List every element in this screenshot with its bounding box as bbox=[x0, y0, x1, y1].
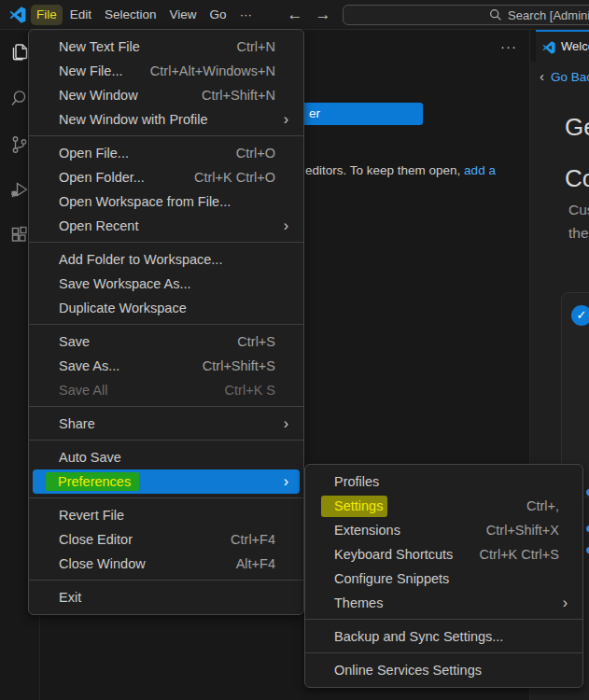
menu-item-label: Online Services Settings bbox=[334, 663, 482, 678]
welcome-heading-line2: Co bbox=[565, 164, 589, 193]
tab-welcome[interactable]: Welco bbox=[536, 30, 589, 62]
menu-item-label: Save Workspace As... bbox=[59, 276, 191, 291]
menu-item-shortcut: Ctrl+K Ctrl+S bbox=[480, 547, 559, 562]
menu-item-label: Duplicate Workspace bbox=[59, 301, 187, 315]
menu-separator bbox=[305, 652, 582, 653]
sidebar-primary-button-label: er bbox=[309, 106, 320, 120]
menu-item-label: Add Folder to Workspace... bbox=[59, 252, 222, 267]
menu-item-new-window[interactable]: New WindowCtrl+Shift+N bbox=[29, 83, 303, 107]
menu-item-exit[interactable]: Exit bbox=[29, 585, 303, 609]
chevron-right-icon: › bbox=[284, 474, 288, 489]
menu-item-open-file[interactable]: Open File...Ctrl+O bbox=[29, 141, 303, 165]
menu-item-new-text-file[interactable]: New Text FileCtrl+N bbox=[29, 35, 303, 59]
menu-item-save-workspace-as[interactable]: Save Workspace As... bbox=[29, 272, 303, 296]
chevron-left-icon: ‹ bbox=[540, 68, 544, 84]
menu-item-backup-and-sync-settings[interactable]: Backup and Sync Settings... bbox=[305, 624, 582, 649]
menu-item-label: New Window with Profile bbox=[59, 112, 208, 127]
menu-item-label: Preferences bbox=[46, 472, 139, 491]
menubar-item-more[interactable]: ··· bbox=[234, 5, 259, 25]
menu-item-extensions[interactable]: ExtensionsCtrl+Shift+X bbox=[305, 518, 582, 542]
menu-item-shortcut: Ctrl+S bbox=[237, 334, 275, 349]
add-folder-link[interactable]: add a bbox=[464, 163, 496, 177]
menubar-item-go[interactable]: Go bbox=[204, 5, 232, 25]
menu-item-open-recent[interactable]: Open Recent› bbox=[29, 214, 303, 238]
sidebar-more-actions[interactable]: ··· bbox=[500, 38, 517, 54]
menu-item-shortcut: Alt+F4 bbox=[236, 556, 275, 571]
welcome-heading-line1: Ge bbox=[565, 113, 589, 142]
menu-item-label: Save All bbox=[59, 383, 107, 398]
menubar-item-file[interactable]: File bbox=[31, 5, 63, 25]
menu-item-profiles[interactable]: Profiles bbox=[305, 469, 582, 494]
menu-item-label: Extensions bbox=[334, 523, 400, 538]
menu-item-share[interactable]: Share› bbox=[29, 412, 303, 436]
command-center-search[interactable]: Search [Adminis bbox=[343, 5, 589, 25]
sidebar-primary-button[interactable]: er bbox=[304, 103, 423, 125]
menu-separator bbox=[29, 497, 303, 498]
menu-item-shortcut: Ctrl+K Ctrl+O bbox=[194, 170, 275, 185]
go-back-label: Go Bac bbox=[551, 70, 589, 84]
vscode-logo-icon bbox=[542, 41, 555, 54]
menu-item-label: Close Window bbox=[59, 556, 146, 571]
menu-item-label: Keyboard Shortcuts bbox=[334, 547, 453, 562]
welcome-paragraph-line1: Cus bbox=[568, 202, 589, 218]
menu-item-label: Themes bbox=[334, 595, 383, 610]
menu-item-preferences[interactable]: Preferences› bbox=[33, 469, 300, 494]
menu-item-revert-file[interactable]: Revert File bbox=[29, 503, 303, 527]
menubar-item-selection[interactable]: Selection bbox=[99, 5, 162, 25]
menu-item-close-editor[interactable]: Close EditorCtrl+F4 bbox=[29, 527, 303, 552]
menu-item-shortcut: Ctrl+F4 bbox=[231, 532, 275, 547]
menu-item-shortcut: Ctrl+N bbox=[237, 39, 276, 54]
menu-item-add-folder-to-workspace[interactable]: Add Folder to Workspace... bbox=[29, 247, 303, 272]
menu-separator bbox=[29, 440, 303, 441]
menu-item-label: Save As... bbox=[59, 358, 119, 373]
go-back-link[interactable]: ‹Go Bac bbox=[540, 68, 589, 84]
menu-item-save-as[interactable]: Save As...Ctrl+Shift+S bbox=[29, 354, 303, 378]
menubar-item-view[interactable]: View bbox=[164, 5, 203, 25]
menu-item-save[interactable]: SaveCtrl+S bbox=[29, 329, 303, 354]
menu-item-shortcut: Ctrl+K S bbox=[225, 383, 275, 398]
menu-item-keyboard-shortcuts[interactable]: Keyboard ShortcutsCtrl+K Ctrl+S bbox=[305, 542, 582, 567]
chevron-right-icon: › bbox=[284, 416, 288, 431]
menu-item-open-workspace-from-file[interactable]: Open Workspace from File... bbox=[29, 189, 303, 214]
step-complete-checkmark-icon: ✓ bbox=[571, 305, 589, 326]
menu-item-save-all: Save AllCtrl+K S bbox=[29, 378, 303, 402]
search-text: Search [Adminis bbox=[508, 8, 589, 22]
title-bar: FileEditSelectionViewGo··· ← → Search [A… bbox=[0, 0, 589, 30]
chevron-right-icon: › bbox=[284, 112, 288, 127]
history-back-button[interactable]: ← bbox=[281, 3, 309, 27]
history-forward-button[interactable]: → bbox=[309, 3, 337, 27]
menu-item-shortcut: Ctrl+Alt+Windows+N bbox=[150, 63, 275, 78]
menu-item-duplicate-workspace[interactable]: Duplicate Workspace bbox=[29, 296, 303, 320]
menu-item-label: Profiles bbox=[334, 474, 379, 489]
menu-item-label: Backup and Sync Settings... bbox=[334, 629, 503, 644]
menu-item-close-window[interactable]: Close WindowAlt+F4 bbox=[29, 552, 303, 576]
menu-item-auto-save[interactable]: Auto Save bbox=[29, 445, 303, 469]
menu-separator bbox=[29, 406, 303, 407]
menu-item-settings[interactable]: SettingsCtrl+, bbox=[305, 494, 582, 518]
menu-item-label: Settings bbox=[321, 496, 387, 517]
menu-item-label: New File... bbox=[59, 63, 123, 78]
menu-item-new-file[interactable]: New File...Ctrl+Alt+Windows+N bbox=[29, 59, 303, 83]
menu-item-label: Share bbox=[59, 416, 95, 431]
sidebar-message-text: editors. To keep them open, bbox=[305, 163, 464, 177]
chevron-right-icon: › bbox=[284, 218, 288, 233]
menu-separator bbox=[29, 135, 303, 136]
menu-item-shortcut: Ctrl+Shift+X bbox=[486, 523, 559, 538]
search-icon bbox=[489, 8, 502, 21]
menu-item-label: New Window bbox=[59, 88, 138, 103]
menu-item-themes[interactable]: Themes› bbox=[305, 591, 582, 615]
menu-item-label: New Text File bbox=[59, 39, 140, 54]
menu-item-new-window-with-profile[interactable]: New Window with Profile› bbox=[29, 107, 303, 132]
sidebar-message: editors. To keep them open, add a bbox=[305, 163, 496, 177]
menu-separator bbox=[29, 580, 303, 581]
menu-item-open-folder[interactable]: Open Folder...Ctrl+K Ctrl+O bbox=[29, 165, 303, 189]
menu-item-shortcut: Ctrl+, bbox=[526, 498, 559, 513]
menubar-item-edit[interactable]: Edit bbox=[64, 5, 97, 25]
menu-item-label: Open File... bbox=[59, 146, 129, 161]
menu-item-label: Open Recent bbox=[59, 218, 138, 233]
menu-item-shortcut: Ctrl+O bbox=[236, 146, 275, 161]
menu-item-configure-snippets[interactable]: Configure Snippets bbox=[305, 567, 582, 591]
menu-item-online-services-settings[interactable]: Online Services Settings bbox=[305, 658, 582, 682]
menu-item-label: Configure Snippets bbox=[334, 571, 449, 586]
tab-label: Welco bbox=[561, 32, 589, 62]
